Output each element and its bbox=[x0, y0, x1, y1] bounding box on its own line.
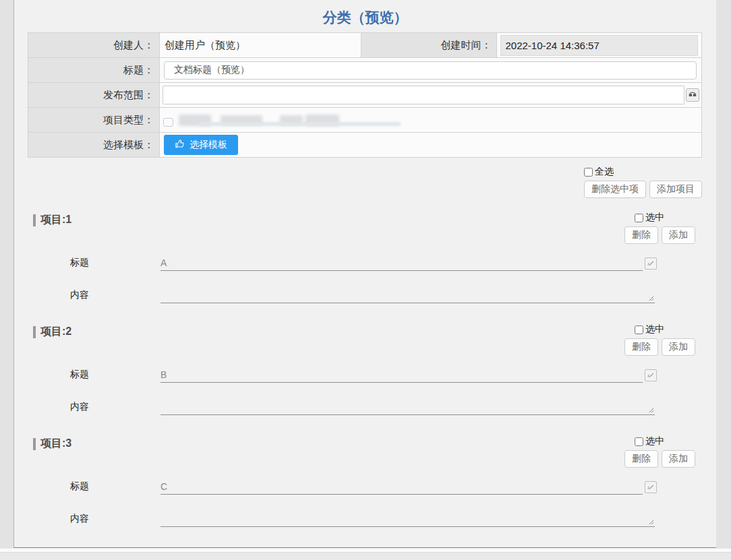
item-select-checkbox[interactable] bbox=[635, 214, 643, 222]
edit-icon-button[interactable] bbox=[645, 369, 657, 381]
items-list: 项目:1 选中 删除 添加 标题 bbox=[28, 212, 702, 527]
redacted-blob bbox=[198, 122, 401, 126]
item-heading: 项目:3 bbox=[33, 437, 71, 451]
table-row: 创建人： 创建用户（预览） 创建时间： 2022-10-24 14:36:57 bbox=[28, 33, 702, 58]
item-add-button[interactable]: 添加 bbox=[662, 226, 695, 244]
publish-scope-input[interactable] bbox=[163, 86, 684, 104]
table-row: 标题： bbox=[28, 58, 702, 83]
item-heading-text: 项目:1 bbox=[40, 213, 71, 227]
choose-template-label: 选择模板 bbox=[189, 139, 227, 151]
resize-handle-icon[interactable] bbox=[648, 519, 654, 525]
form-table: 创建人： 创建用户（预览） 创建时间： 2022-10-24 14:36:57 … bbox=[28, 32, 702, 158]
select-all-checkbox[interactable] bbox=[584, 168, 593, 177]
item-title-input[interactable] bbox=[160, 367, 643, 383]
publish-scope-label: 发布范围： bbox=[28, 83, 160, 108]
item-select-label: 选中 bbox=[645, 323, 664, 336]
project-type-redacted bbox=[163, 111, 699, 129]
item-block-3: 项目:3 选中 删除 添加 标题 bbox=[28, 435, 702, 527]
item-content-textarea[interactable] bbox=[160, 282, 655, 303]
item-select-label: 选中 bbox=[645, 435, 664, 447]
table-row: 选择模板： 选择模板 bbox=[28, 133, 702, 158]
content-panel: 分类（预览） 创建人： 创建用户（预览） 创建时间： 2022-10-24 14… bbox=[13, 0, 716, 548]
project-type-label: 项目类型： bbox=[28, 108, 160, 133]
item-title-input[interactable] bbox=[160, 478, 643, 495]
table-row: 项目类型： bbox=[28, 108, 702, 133]
item-title-label: 标题 bbox=[70, 480, 160, 495]
item-content-textarea[interactable] bbox=[160, 505, 655, 527]
heading-bar bbox=[33, 214, 36, 226]
edit-icon bbox=[647, 369, 655, 381]
item-select[interactable]: 选中 bbox=[635, 212, 664, 224]
edit-icon bbox=[647, 257, 655, 270]
edit-icon-button[interactable] bbox=[645, 481, 657, 493]
item-select-checkbox[interactable] bbox=[635, 437, 643, 446]
thumb-up-icon bbox=[175, 139, 185, 151]
select-all[interactable]: 全选 bbox=[584, 166, 614, 178]
item-heading-text: 项目:3 bbox=[40, 437, 71, 451]
item-content-label: 内容 bbox=[70, 513, 160, 527]
item-content-label: 内容 bbox=[70, 401, 160, 415]
template-label: 选择模板： bbox=[28, 133, 160, 158]
item-content-label: 内容 bbox=[70, 289, 160, 303]
table-row: 发布范围： bbox=[28, 83, 702, 108]
resize-handle-icon[interactable] bbox=[648, 295, 654, 301]
add-item-button[interactable]: 添加项目 bbox=[649, 181, 702, 198]
doc-title-input[interactable] bbox=[164, 61, 697, 80]
delete-selected-button[interactable]: 删除选中项 bbox=[584, 181, 646, 198]
creator-value: 创建用户（预览） bbox=[162, 39, 359, 52]
item-add-button[interactable]: 添加 bbox=[662, 338, 695, 356]
resize-handle-icon[interactable] bbox=[648, 407, 654, 413]
item-title-label: 标题 bbox=[70, 369, 160, 383]
item-select[interactable]: 选中 bbox=[635, 435, 664, 447]
doc-title-label: 标题： bbox=[28, 58, 160, 83]
heading-bar bbox=[33, 326, 36, 338]
edit-icon bbox=[647, 481, 655, 493]
item-heading: 项目:2 bbox=[33, 325, 71, 339]
created-time-label: 创建时间： bbox=[361, 33, 497, 58]
project-type-checkbox[interactable] bbox=[163, 118, 173, 127]
item-title-label: 标题 bbox=[70, 257, 160, 271]
item-block-2: 项目:2 选中 删除 添加 标题 bbox=[28, 323, 702, 415]
item-content-textarea[interactable] bbox=[160, 394, 655, 415]
creator-label: 创建人： bbox=[28, 33, 160, 58]
item-heading: 项目:1 bbox=[33, 213, 71, 227]
item-delete-button[interactable]: 删除 bbox=[624, 226, 658, 244]
scope-picker-button[interactable] bbox=[686, 88, 699, 102]
item-select-checkbox[interactable] bbox=[635, 325, 643, 334]
item-delete-button[interactable]: 删除 bbox=[624, 450, 658, 468]
items-toolbar: 全选 删除选中项 添加项目 bbox=[28, 166, 702, 198]
item-title-input[interactable] bbox=[160, 255, 643, 271]
item-select[interactable]: 选中 bbox=[635, 323, 664, 336]
item-block-1: 项目:1 选中 删除 添加 标题 bbox=[28, 212, 702, 303]
created-time-value: 2022-10-24 14:36:57 bbox=[500, 35, 698, 56]
bottom-scroll-strip bbox=[0, 552, 731, 560]
glasses-icon bbox=[688, 90, 697, 101]
select-all-label: 全选 bbox=[595, 166, 614, 178]
item-heading-text: 项目:2 bbox=[40, 325, 71, 339]
edit-icon-button[interactable] bbox=[645, 257, 657, 270]
choose-template-button[interactable]: 选择模板 bbox=[164, 135, 238, 155]
heading-bar bbox=[33, 438, 36, 450]
page-title: 分类（预览） bbox=[14, 0, 716, 32]
item-add-button[interactable]: 添加 bbox=[662, 450, 695, 468]
item-select-label: 选中 bbox=[645, 212, 664, 224]
item-delete-button[interactable]: 删除 bbox=[624, 338, 658, 356]
